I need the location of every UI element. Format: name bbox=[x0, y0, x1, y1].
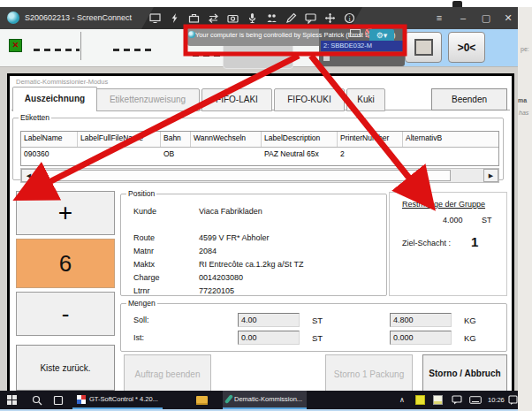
background-text-fragment: pe: bbox=[521, 46, 529, 52]
ist-label: Ist: bbox=[133, 333, 144, 342]
kg-unit-label2: KG bbox=[464, 333, 476, 343]
taskbar-dematic[interactable]: Dematic-Kommission... bbox=[223, 391, 307, 409]
app-window-title: Dematic-Kommissionier-Modus bbox=[16, 78, 108, 86]
etiketten-group: Etiketten LabelName LabelFullFileName Ba… bbox=[12, 113, 504, 180]
svg-text:i: i bbox=[348, 15, 351, 23]
action-center-button[interactable] bbox=[508, 391, 518, 409]
maximize-button[interactable]: ▢ bbox=[478, 11, 494, 25]
cell-printernumber: 2 bbox=[338, 148, 403, 163]
minus-button[interactable]: - bbox=[16, 292, 115, 336]
tab-auszeichnung[interactable]: Auszeichnung bbox=[12, 87, 97, 111]
table-header-row: LabelName LabelFullFileName Bahn WannWec… bbox=[21, 132, 498, 148]
task-view-button[interactable] bbox=[53, 391, 64, 409]
search-button[interactable] bbox=[32, 391, 42, 409]
cell-wannwechseln bbox=[191, 148, 262, 163]
taskbar-clock[interactable]: 10:26 bbox=[488, 391, 505, 409]
field-value: 0014203080 bbox=[199, 273, 243, 282]
microphone-icon[interactable] bbox=[247, 12, 258, 24]
screenconnect-titlebar: S200602213 - ScreenConnect i ≡ – ▢ ✕ bbox=[0, 7, 518, 29]
scroll-left-icon[interactable]: ◀ bbox=[21, 169, 36, 182]
chat-icon[interactable] bbox=[305, 12, 316, 24]
tab-etikettenzuweisung[interactable]: Etikettenzuweisung bbox=[95, 88, 200, 111]
people-icon[interactable] bbox=[266, 12, 277, 24]
close-button[interactable]: ✕ bbox=[500, 11, 516, 25]
scroll-right-icon[interactable]: ▶ bbox=[483, 169, 498, 182]
position-legend: Position bbox=[126, 189, 156, 198]
horizontal-scrollbar[interactable]: ◀ ▶ bbox=[20, 168, 499, 183]
soll-kg-field[interactable]: 4.800 bbox=[390, 313, 452, 327]
redacted-text bbox=[113, 49, 154, 51]
taskbar-gt-softcontrol[interactable]: GT-SoftControl * 4.20... bbox=[72, 391, 163, 409]
col-printernumber[interactable]: PrinterNumber bbox=[338, 132, 403, 147]
field-value: RI Entrecôte ca.1.2kg a/St TZ bbox=[199, 260, 303, 269]
gt-softcontrol-icon bbox=[77, 395, 86, 404]
tray-document-icon[interactable] bbox=[433, 391, 443, 409]
monitor-icon[interactable] bbox=[149, 12, 161, 24]
lightning-icon[interactable] bbox=[169, 12, 180, 24]
col-labelfullfilename[interactable]: LabelFullFileName bbox=[78, 132, 161, 147]
count-display: 6 bbox=[16, 239, 115, 288]
lock-icon bbox=[323, 56, 330, 61]
zero-tare-button[interactable]: >0< bbox=[448, 32, 485, 63]
ist-kg-field[interactable]: 0.000 bbox=[390, 331, 452, 345]
tray-keyboard-icon[interactable] bbox=[469, 391, 482, 409]
start-button[interactable] bbox=[7, 391, 17, 409]
plus-button[interactable]: + bbox=[16, 191, 115, 235]
col-wannwechseln[interactable]: WannWechseln bbox=[191, 132, 262, 147]
restmenge-panel: Restmenge der Gruppe 4.000 ST Ziel-Schac… bbox=[389, 192, 507, 296]
table-row[interactable]: 090360 OB PAZ Neutral 65x 2 bbox=[21, 148, 498, 163]
taskbar-label: Dematic-Kommission... bbox=[234, 395, 302, 403]
cell-labelfullfilename bbox=[78, 148, 161, 163]
taskbar-label: GT-SoftControl * 4.20... bbox=[89, 395, 158, 403]
toolbox-icon[interactable] bbox=[188, 12, 200, 24]
screenconnect-window: S200602213 - ScreenConnect i ≡ – ▢ ✕ bbox=[0, 7, 518, 409]
ist-st-field[interactable]: 0.00 bbox=[238, 331, 300, 345]
monitor-list-item[interactable]: 2: SBBDE032-M bbox=[321, 41, 406, 51]
stop-square-icon bbox=[414, 39, 433, 56]
etiketten-legend: Etiketten bbox=[19, 113, 51, 122]
tray-chat-icon[interactable] bbox=[452, 391, 462, 409]
soll-st-field[interactable]: 4.00 bbox=[238, 313, 300, 327]
storno-abbruch-button[interactable]: Storno / Abbruch bbox=[422, 354, 507, 392]
dematic-app-window: Dematic-Kommissionier-Modus Auszeichnung… bbox=[7, 73, 514, 396]
screenshot-root: pe: ma has S200602213 - ScreenConnect i … bbox=[0, 0, 532, 411]
folder-icon bbox=[196, 396, 208, 405]
pencil-icon[interactable] bbox=[285, 12, 297, 24]
field-label: Charge bbox=[133, 273, 160, 282]
field-label: Route bbox=[133, 233, 155, 242]
camera-icon[interactable] bbox=[227, 12, 239, 24]
restmenge-title: Restmenge der Gruppe bbox=[402, 200, 485, 209]
tray-yellow-icon[interactable] bbox=[415, 391, 425, 409]
stop-button[interactable] bbox=[405, 32, 442, 63]
mengen-legend: Mengen bbox=[126, 299, 157, 308]
file-explorer-button[interactable] bbox=[196, 391, 208, 409]
col-labelname[interactable]: LabelName bbox=[21, 132, 78, 147]
minimize-button[interactable]: – bbox=[455, 11, 471, 25]
col-bahn[interactable]: Bahn bbox=[161, 132, 191, 147]
screenconnect-logo-icon bbox=[7, 11, 19, 24]
kg-unit-label: KG bbox=[464, 316, 476, 325]
ziel-schacht-label: Ziel-Schacht : bbox=[402, 239, 451, 247]
kiste-zurueck-button[interactable]: Kiste zurück. bbox=[16, 345, 115, 391]
status-green-icon: ✕ bbox=[9, 39, 22, 52]
scrollbar-thumb[interactable] bbox=[35, 170, 451, 181]
auftrag-beenden-button[interactable]: Auftrag beenden bbox=[124, 354, 211, 393]
field-value: 4599 V FR* Abholer bbox=[199, 233, 270, 242]
field-value: 77220105 bbox=[199, 286, 234, 295]
col-labeldescription[interactable]: LabelDescription bbox=[262, 132, 338, 147]
cell-labeldescription: PAZ Neutral 65x bbox=[262, 148, 338, 163]
tab-kuki[interactable]: Kuki bbox=[346, 88, 385, 111]
clipboard-icon bbox=[452, 1, 462, 7]
move-cross-icon[interactable] bbox=[324, 12, 336, 24]
tray-chevron[interactable]: ∧ bbox=[399, 391, 405, 409]
beenden-button[interactable]: Beenden bbox=[431, 88, 507, 110]
menu-icon[interactable]: ≡ bbox=[431, 11, 447, 25]
swap-arrows-icon[interactable] bbox=[208, 12, 219, 24]
info-icon[interactable]: i bbox=[344, 12, 355, 24]
storno-1-packung-button[interactable]: Storno 1 Packung bbox=[325, 354, 413, 393]
tab-fifo-kuki[interactable]: FIFO-KUKI bbox=[274, 88, 345, 111]
st-unit-label: ST bbox=[312, 316, 323, 325]
col-alternativb[interactable]: AlternativB bbox=[403, 132, 497, 147]
tab-fifo-laki[interactable]: FIFO-LAKI bbox=[201, 88, 272, 111]
toolbar-divider bbox=[80, 32, 81, 60]
